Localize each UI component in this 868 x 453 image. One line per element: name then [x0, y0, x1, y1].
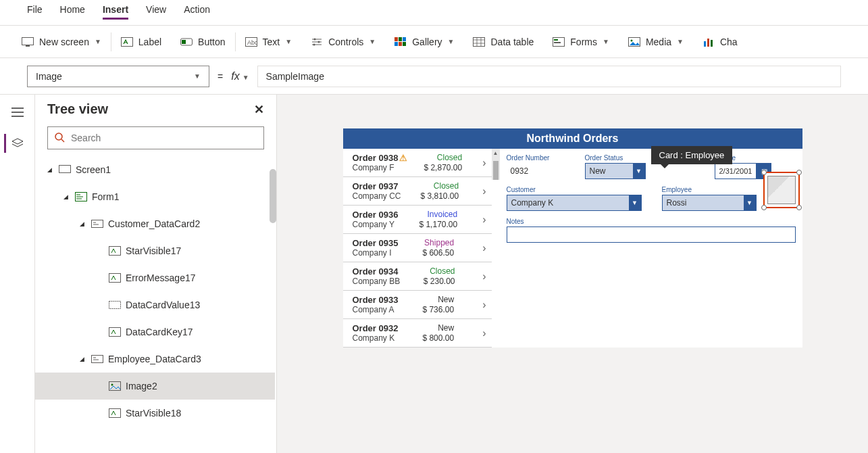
collapse-icon[interactable]: ◢	[61, 193, 70, 200]
fx-label[interactable]: fx ▼	[231, 70, 249, 82]
svg-rect-13	[394, 42, 398, 46]
tree-node-datacardvalue13[interactable]: DataCardValue13	[35, 291, 275, 318]
order-status: Closed	[430, 266, 455, 276]
formula-bar: Image ▼ = fx ▼ SampleImage	[0, 58, 868, 95]
menu-file[interactable]: File	[27, 4, 43, 20]
collapse-icon[interactable]: ◢	[77, 220, 86, 227]
order-list-item[interactable]: Order 0938⚠ Company F Closed $ 2,870.00 …	[343, 149, 492, 177]
order-status-select[interactable]: New▼	[585, 163, 646, 179]
label-icon	[108, 245, 122, 256]
order-number: Order 0934	[353, 266, 401, 277]
order-amount: $ 606.50	[422, 248, 454, 258]
charts-dropdown[interactable]: Cha	[693, 26, 747, 57]
svg-rect-26	[59, 166, 71, 173]
chevron-right-icon: ›	[478, 270, 486, 283]
label-icon	[108, 408, 122, 419]
tree-node-datacardkey17[interactable]: DataCardKey17	[35, 318, 275, 345]
menu-home[interactable]: Home	[60, 4, 85, 20]
tree-view-panel: Tree view ✕ ◢ Screen1 ◢ Form1 ◢ Customer…	[35, 95, 277, 453]
forms-dropdown[interactable]: Forms ▼	[543, 26, 619, 57]
selected-image-control[interactable]	[763, 172, 800, 208]
button-button[interactable]: Button	[171, 26, 234, 57]
order-company: Company CC	[353, 191, 401, 201]
tree-node-customer-datacard[interactable]: ◢ Customer_DataCard2	[35, 210, 275, 237]
chevron-down-icon: ▼	[285, 38, 292, 45]
tree-node-form1[interactable]: ◢ Form1	[35, 183, 275, 210]
image-placeholder-icon	[767, 176, 796, 204]
label-icon	[108, 327, 122, 337]
order-company: Company Y	[353, 220, 399, 229]
svg-rect-18	[554, 39, 558, 41]
order-gallery[interactable]: Order 0938⚠ Company F Closed $ 2,870.00 …	[343, 149, 492, 348]
menu-insert[interactable]: Insert	[103, 4, 128, 20]
tree-search[interactable]	[47, 126, 264, 149]
svg-rect-15	[403, 42, 406, 46]
svg-rect-14	[399, 42, 402, 46]
resize-handle[interactable]	[796, 205, 802, 210]
media-dropdown[interactable]: Media ▼	[619, 26, 693, 57]
datatable-button[interactable]: Data table	[463, 26, 543, 57]
svg-rect-33	[92, 356, 103, 363]
card-tooltip: Card : Employee	[651, 146, 733, 164]
gallery-icon	[394, 36, 407, 48]
gallery-dropdown[interactable]: Gallery ▼	[385, 26, 463, 57]
resize-handle[interactable]	[796, 170, 802, 175]
close-icon[interactable]: ✕	[254, 102, 264, 117]
order-list-item[interactable]: Order 0934 Company BB Closed $ 230.00 ›	[343, 262, 492, 291]
order-list-item[interactable]: Order 0937 Company CC Closed $ 3,810.00 …	[343, 177, 492, 206]
notes-input[interactable]	[507, 226, 796, 243]
search-input[interactable]	[71, 133, 257, 143]
resize-handle[interactable]	[761, 205, 767, 210]
tree-scrollbar[interactable]	[268, 169, 276, 372]
collapse-icon[interactable]: ◢	[77, 356, 86, 362]
menu-view[interactable]: View	[146, 4, 166, 20]
formula-input[interactable]: SampleImage	[257, 66, 841, 87]
tree-node-employee-datacard[interactable]: ◢ Employee_DataCard3	[35, 345, 275, 373]
tree-node-errormessage17[interactable]: ErrorMessage17	[35, 264, 275, 291]
svg-rect-16	[474, 37, 485, 46]
resize-handle[interactable]	[761, 170, 767, 175]
customer-select[interactable]: Company K▼	[507, 195, 642, 211]
order-list-item[interactable]: Order 0933 Company A New $ 736.00 ›	[343, 291, 492, 319]
menu-action[interactable]: Action	[184, 4, 210, 20]
tree-node-starvisible18[interactable]: StarVisible18	[35, 400, 275, 427]
chevron-down-icon: ▼	[603, 38, 609, 45]
order-amount: $ 736.00	[422, 305, 454, 314]
datacard-icon	[91, 354, 104, 364]
gallery-scrollbar[interactable]: ▲	[492, 149, 500, 180]
order-list-item[interactable]: Order 0936 Company Y Invoiced $ 1,170.00…	[343, 206, 492, 234]
svg-rect-28	[92, 220, 103, 228]
order-list-item[interactable]: Order 0935 Company I Shipped $ 606.50 ›	[343, 234, 492, 262]
property-dropdown[interactable]: Image ▼	[27, 66, 209, 87]
svg-text:Abc: Abc	[247, 39, 257, 46]
controls-dropdown[interactable]: Controls ▼	[301, 26, 385, 57]
svg-rect-23	[707, 39, 709, 47]
new-screen-button[interactable]: New screen ▼	[12, 26, 111, 57]
input-icon	[108, 300, 122, 310]
chevron-right-icon: ›	[478, 327, 486, 339]
tree-node-screen1[interactable]: ◢ Screen1	[35, 156, 275, 183]
order-list-item[interactable]: Order 0932 Company K New $ 800.00 ›	[343, 319, 492, 348]
order-number: Order 0937	[353, 181, 401, 191]
order-company: Company A	[353, 305, 399, 314]
chevron-right-icon: ›	[478, 214, 486, 226]
layers-icon[interactable]	[4, 134, 28, 153]
svg-point-35	[111, 384, 113, 386]
chevron-down-icon: ▼	[677, 38, 684, 45]
order-status: Closed	[434, 181, 459, 191]
order-company: Company I	[353, 248, 399, 258]
canvas[interactable]: Northwind Orders Order 0938⚠ Company F C…	[277, 95, 868, 453]
collapse-icon[interactable]: ◢	[45, 166, 54, 173]
label-icon	[108, 272, 122, 283]
employee-select[interactable]: Rossi▼	[662, 195, 757, 211]
order-amount: $ 1,170.00	[419, 220, 457, 229]
svg-rect-10	[394, 37, 398, 41]
tree-node-starvisible17[interactable]: StarVisible17	[35, 237, 275, 264]
hamburger-icon[interactable]	[5, 103, 30, 122]
text-dropdown[interactable]: Abc Text ▼	[236, 26, 302, 57]
svg-point-21	[630, 39, 632, 41]
svg-point-9	[313, 43, 315, 45]
label-button[interactable]: Label	[111, 26, 171, 57]
customer-label: Customer	[507, 186, 642, 193]
tree-node-image2[interactable]: Image2	[35, 373, 275, 400]
